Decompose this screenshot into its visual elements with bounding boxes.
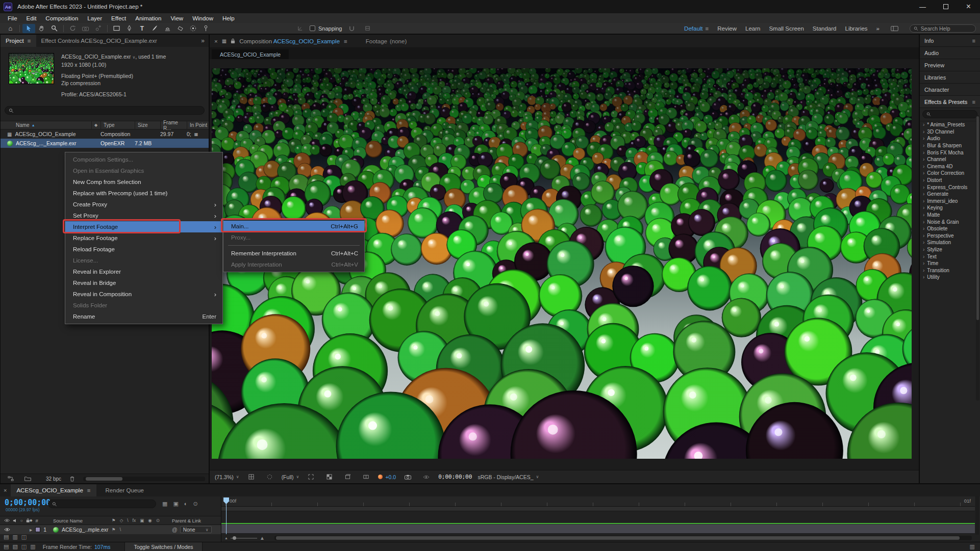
current-time-display[interactable]: 0;00;00;00 (5, 498, 51, 507)
menu-edit[interactable]: Edit (22, 15, 41, 21)
menu-item-license[interactable]: License... (65, 255, 222, 266)
layer-row[interactable]: ▸1 ACEScg_..mple.exr ⚑ \ @ None∨ (0, 525, 221, 534)
effects-category[interactable]: ›Color Correction (920, 170, 980, 177)
menu-item-reveal-in-bridge[interactable]: Reveal in Bridge (65, 277, 222, 288)
menu-effect[interactable]: Effect (107, 15, 131, 21)
effects-category[interactable]: ›Text (920, 253, 980, 260)
column-name[interactable]: Name▲ (1, 121, 91, 129)
trash-icon[interactable] (66, 474, 79, 483)
menu-composition[interactable]: Composition (41, 15, 83, 21)
workspace-overflow-icon[interactable]: » (876, 25, 880, 32)
snap-option-icon[interactable] (345, 24, 358, 33)
menu-item-reload-footage[interactable]: Reload Footage (65, 244, 222, 255)
panel-header-libraries[interactable]: Libraries (920, 71, 980, 84)
tab-timeline-comp[interactable]: ACEScg_OCIO_Example≡ (11, 484, 96, 496)
magnification-dropdown[interactable]: (71.3%)∨ (215, 474, 239, 480)
column-in-point[interactable]: In Point (187, 121, 209, 129)
project-search[interactable] (5, 106, 205, 115)
eye-icon[interactable] (4, 518, 10, 522)
parent-link-column[interactable]: Parent & Link (172, 518, 221, 523)
rotate-tool[interactable] (66, 24, 79, 33)
exposure-control[interactable]: +0.0 (378, 474, 396, 480)
bit-depth-button[interactable]: 32 bpc (46, 476, 61, 482)
effects-category[interactable]: ›Keying (920, 204, 980, 212)
eye-icon[interactable] (4, 528, 10, 532)
expand-icon[interactable]: ▸ (30, 527, 32, 533)
pickwhip-icon[interactable]: @ (172, 527, 178, 533)
toggle-switches-modes-button[interactable]: Toggle Switches / Modes (124, 542, 202, 551)
zoom-slider[interactable] (231, 538, 257, 539)
panel-menu-icon[interactable]: ≡ (972, 38, 975, 44)
preview-status-icon[interactable]: ▥ (30, 543, 35, 550)
audio-levels-icon[interactable]: ▥ (970, 543, 975, 550)
project-horizontal-scrollbar[interactable] (83, 477, 205, 481)
column-label-color[interactable]: ◆ (91, 121, 100, 129)
effects-category[interactable]: ›Transition (920, 267, 980, 274)
snapping-checkbox[interactable] (310, 25, 315, 31)
timeline-track-area[interactable]: 00f 01f ▲ ▲ (221, 496, 980, 542)
region-of-interest-icon[interactable] (305, 473, 317, 482)
mask-visibility-icon[interactable] (263, 473, 276, 482)
timeline-vertical-scrollbar[interactable] (975, 496, 979, 535)
3d-view-icon[interactable] (341, 473, 354, 482)
frame-blend-icon[interactable]: ▣ (140, 518, 144, 523)
effects-category[interactable]: ›Boris FX Mocha (920, 149, 980, 156)
timeline-zoom-control[interactable]: ▲ ▲ (224, 535, 265, 541)
tab-project[interactable]: Project≡ (1, 35, 36, 47)
effects-category[interactable]: ›Audio (920, 135, 980, 142)
effects-category[interactable]: ›Distort (920, 177, 980, 184)
show-snapshot-icon[interactable] (420, 473, 433, 482)
workspace-default[interactable]: Default≡ (684, 25, 709, 32)
source-name-column[interactable]: Source Name (53, 518, 112, 523)
layer-name[interactable]: ACEScg_..mple.exr (62, 527, 109, 533)
effects-category[interactable]: ›Channel (920, 156, 980, 163)
effects-category[interactable]: ›Immersi_ideo (920, 198, 980, 205)
menu-item-rename[interactable]: RenameEnter (65, 311, 222, 322)
hide-shy-layers-icon[interactable]: ◐ (184, 501, 188, 507)
tab-footage[interactable]: Footage(none) (366, 38, 407, 44)
panel-menu-icon[interactable]: ≡ (344, 38, 347, 44)
menu-item-replace-with-precomp[interactable]: Replace with Precomp (used 1 time) (65, 188, 222, 199)
solo-icon[interactable]: ○ (20, 518, 23, 523)
number-column[interactable]: # (35, 518, 38, 523)
sync-status-icon[interactable]: ▧ (12, 543, 17, 550)
panel-header-info[interactable]: Info≡ (920, 35, 980, 47)
workspace-panel-icon[interactable] (888, 24, 901, 33)
edit-status-icon[interactable]: ◫ (21, 543, 27, 550)
project-status-icon[interactable]: ▤ (4, 543, 9, 550)
tab-overflow-icon[interactable]: » (197, 37, 209, 44)
panel-close-icon[interactable]: × (214, 38, 218, 44)
frame-blending-icon[interactable]: ⊙ (193, 501, 197, 507)
pen-tool[interactable] (123, 24, 136, 33)
effects-category[interactable]: ›Utility (920, 274, 980, 281)
panel-menu-icon[interactable]: ≡ (28, 38, 31, 44)
timeline-horizontal-scrollbar[interactable] (274, 536, 972, 540)
menu-item-interpret-footage[interactable]: Interpret Footage› (65, 221, 222, 232)
workspace-libraries[interactable]: Libraries (845, 25, 867, 32)
menu-item-proxy[interactable]: Proxy... (223, 232, 364, 243)
menu-help[interactable]: Help (218, 15, 239, 21)
menu-layer[interactable]: Layer (83, 15, 107, 21)
shy-toggle-icon[interactable]: ⚑ (112, 527, 116, 532)
menu-item-replace-footage[interactable]: Replace Footage› (65, 232, 222, 244)
workspace-standard[interactable]: Standard (813, 25, 837, 32)
effects-scrollbar[interactable] (976, 115, 979, 401)
shape-tool[interactable] (110, 24, 123, 33)
tab-composition[interactable]: Composition ACEScg_OCIO_Example (239, 38, 340, 44)
effects-search-input[interactable] (934, 111, 973, 117)
workspace-small-screen[interactable]: Small Screen (769, 25, 803, 32)
close-button[interactable]: × (957, 0, 980, 13)
label-column-icon[interactable]: ◆ (30, 518, 32, 522)
help-search-input[interactable] (921, 25, 972, 32)
column-frame-rate[interactable]: Frame R... (160, 121, 187, 129)
project-row-footage[interactable]: ACEScg_..._Example.exr OpenEXR 7.2 MB (1, 139, 209, 148)
shy-icon[interactable]: ⚑ (112, 518, 116, 523)
menu-item-solids-folder[interactable]: Solids Folder (65, 300, 222, 311)
minimize-button[interactable]: — (911, 0, 934, 13)
effects-category[interactable]: ›Blur & Sharpen (920, 142, 980, 149)
tab-effect-controls[interactable]: Effect Controls ACEScg_OCIO_Example.exr (36, 35, 162, 47)
quality-toggle-icon[interactable]: \ (120, 527, 121, 532)
effects-category[interactable]: ›Time (920, 260, 980, 267)
colorspace-dropdown[interactable]: sRGB - Display/ACES_∨ (478, 474, 539, 480)
project-search-input[interactable] (16, 108, 200, 114)
